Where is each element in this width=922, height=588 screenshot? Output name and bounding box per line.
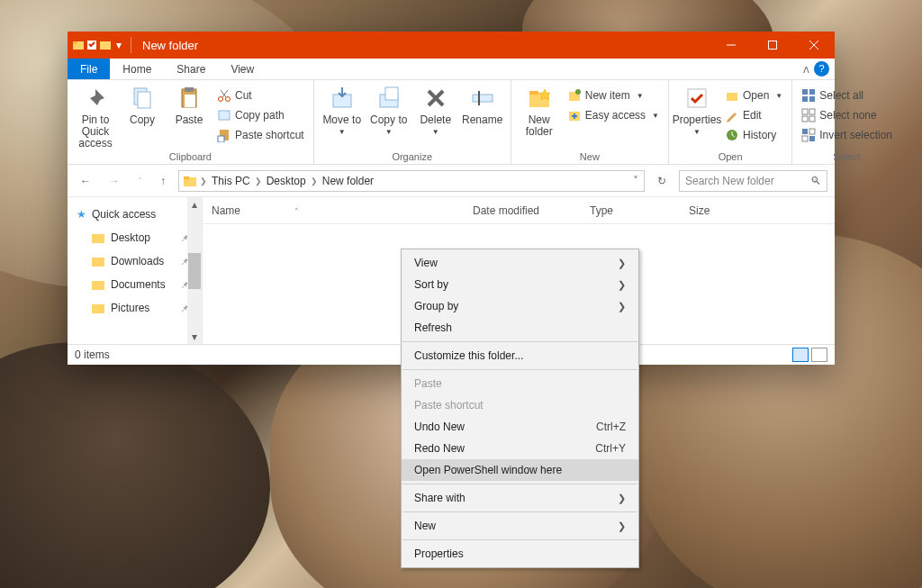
details-view-button[interactable] xyxy=(792,348,809,362)
breadcrumb-folder[interactable]: New folder xyxy=(321,175,375,187)
tab-file[interactable]: File xyxy=(68,59,110,79)
properties-icon[interactable] xyxy=(86,39,98,51)
new-item-button[interactable]: New item▼ xyxy=(564,86,663,105)
column-date[interactable]: Date modified xyxy=(464,204,581,217)
svg-rect-43 xyxy=(802,136,808,141)
svg-rect-50 xyxy=(92,304,104,313)
svg-point-14 xyxy=(226,97,230,102)
breadcrumb-thispc[interactable]: This PC xyxy=(210,175,252,187)
cm-properties[interactable]: Properties xyxy=(402,543,638,565)
up-button[interactable]: ↑ xyxy=(155,175,171,187)
titlebar: ▾ New folder xyxy=(68,32,835,59)
svg-rect-20 xyxy=(385,87,398,100)
copy-to-button[interactable]: Copy to▼ xyxy=(366,82,411,138)
nav-downloads[interactable]: Downloads📌︎ xyxy=(77,249,202,273)
svg-rect-23 xyxy=(473,95,493,102)
cm-open-powershell[interactable]: Open PowerShell window here xyxy=(402,459,638,481)
group-label-open: Open xyxy=(674,149,786,164)
invert-selection-button[interactable]: Invert selection xyxy=(798,125,896,145)
group-label-clipboard: Clipboard xyxy=(73,149,308,164)
qat-more-icon[interactable]: ▾ xyxy=(116,39,122,51)
group-label-select: Select xyxy=(798,149,896,164)
history-button[interactable]: History xyxy=(721,125,786,145)
copy-path-button[interactable]: Copy path xyxy=(213,105,308,125)
column-type[interactable]: Type xyxy=(581,204,680,217)
svg-rect-26 xyxy=(529,91,538,95)
search-input[interactable]: Search New folder 🔍︎ xyxy=(679,170,827,192)
nav-quick-access[interactable]: ★Quick access xyxy=(77,203,202,226)
select-none-button[interactable]: Select none xyxy=(798,105,896,125)
svg-rect-46 xyxy=(184,176,189,179)
properties-button[interactable]: Properties▼ xyxy=(674,82,719,138)
chevron-right-icon: ❯ xyxy=(618,301,626,312)
breadcrumb-desktop[interactable]: Desktop xyxy=(265,175,308,187)
minimize-button[interactable] xyxy=(710,32,752,59)
svg-point-13 xyxy=(219,97,223,102)
svg-point-28 xyxy=(575,89,581,95)
nav-desktop[interactable]: Desktop📌︎ xyxy=(77,226,202,249)
ribbon-tabs: File Home Share View ᐱ ? xyxy=(68,59,835,80)
pin-quick-access-button[interactable]: Pin to Quick access xyxy=(73,82,118,149)
svg-rect-38 xyxy=(809,109,815,114)
nav-scrollbar[interactable]: ▴▾ xyxy=(187,197,202,344)
svg-rect-9 xyxy=(138,92,150,108)
rename-button[interactable]: Rename xyxy=(460,82,505,126)
cm-undo[interactable]: Undo NewCtrl+Z xyxy=(402,416,638,438)
maximize-button[interactable] xyxy=(752,32,793,59)
refresh-button[interactable]: ↻ xyxy=(652,175,672,187)
cm-redo[interactable]: Redo NewCtrl+Y xyxy=(402,438,638,459)
large-icons-view-button[interactable] xyxy=(811,348,827,362)
folder-icon xyxy=(72,39,85,51)
tab-share[interactable]: Share xyxy=(164,59,218,79)
move-to-button[interactable]: Move to▼ xyxy=(320,82,365,138)
svg-rect-5 xyxy=(769,41,777,50)
cm-share-with[interactable]: Share with❯ xyxy=(402,487,638,509)
select-all-button[interactable]: Select all xyxy=(798,86,896,105)
svg-rect-34 xyxy=(809,89,815,95)
tab-view[interactable]: View xyxy=(218,59,267,79)
cm-sort-by[interactable]: Sort by❯ xyxy=(402,274,638,295)
address-row: ← → ˅ ↑ ❯ This PC ❯ Desktop ❯ New folder… xyxy=(68,165,835,197)
paste-shortcut-button[interactable]: Paste shortcut xyxy=(213,125,308,145)
edit-button[interactable]: Edit xyxy=(721,105,786,125)
cm-new[interactable]: New❯ xyxy=(402,515,638,537)
column-size[interactable]: Size xyxy=(680,204,752,217)
cm-refresh[interactable]: Refresh xyxy=(402,317,638,339)
chevron-right-icon: ❯ xyxy=(618,520,626,532)
new-folder-button[interactable]: New folder xyxy=(517,82,562,138)
ribbon: Pin to Quick access Copy Paste Cut Copy … xyxy=(68,80,835,165)
svg-rect-12 xyxy=(185,95,195,107)
chevron-right-icon: ❯ xyxy=(618,258,626,269)
paste-button[interactable]: Paste xyxy=(167,82,212,126)
address-bar[interactable]: ❯ This PC ❯ Desktop ❯ New folder ˅ xyxy=(178,170,645,192)
svg-rect-3 xyxy=(100,41,111,50)
recent-button[interactable]: ˅ xyxy=(132,176,148,185)
svg-rect-37 xyxy=(802,109,808,114)
chevron-right-icon: ❯ xyxy=(618,493,626,504)
easy-access-button[interactable]: Easy access▼ xyxy=(564,105,663,125)
nav-pictures[interactable]: Pictures📌︎ xyxy=(77,296,202,320)
forward-button[interactable]: → xyxy=(104,175,125,187)
address-dropdown-icon[interactable]: ˅ xyxy=(628,175,644,187)
window-title: New folder xyxy=(142,39,198,52)
cut-button[interactable]: Cut xyxy=(213,86,308,105)
help-button[interactable]: ? xyxy=(814,61,829,77)
svg-rect-48 xyxy=(92,258,104,267)
cm-customize[interactable]: Customize this folder... xyxy=(402,345,638,366)
search-icon: 🔍︎ xyxy=(810,175,821,187)
search-placeholder: Search New folder xyxy=(685,175,774,187)
tab-home[interactable]: Home xyxy=(110,59,164,79)
folder-icon xyxy=(91,254,105,268)
svg-rect-40 xyxy=(809,116,815,122)
column-name[interactable]: Name˄ xyxy=(203,204,464,217)
collapse-ribbon-icon[interactable]: ᐱ xyxy=(803,65,809,75)
back-button[interactable]: ← xyxy=(75,175,96,187)
nav-documents[interactable]: Documents📌︎ xyxy=(77,273,202,296)
close-button[interactable] xyxy=(793,32,835,59)
svg-rect-41 xyxy=(802,129,808,134)
copy-button[interactable]: Copy xyxy=(120,82,165,126)
open-button[interactable]: Open▼ xyxy=(721,86,786,105)
cm-group-by[interactable]: Group by❯ xyxy=(402,295,638,317)
cm-view[interactable]: View❯ xyxy=(402,252,638,274)
delete-button[interactable]: Delete▼ xyxy=(413,82,458,138)
